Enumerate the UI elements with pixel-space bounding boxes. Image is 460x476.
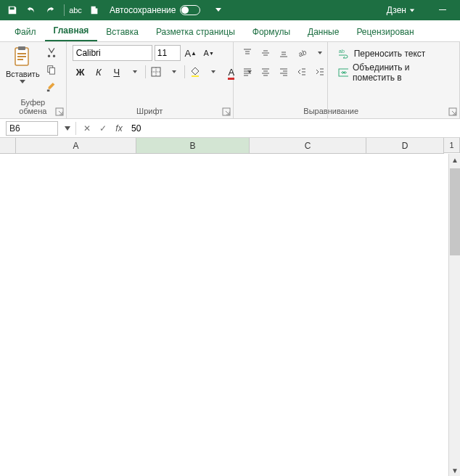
paste-label: Вставить [6,70,40,78]
group-clipboard-label: Буфер обмена [6,98,60,117]
svg-rect-13 [192,75,199,77]
group-font-label: Шрифт [73,107,227,117]
redo-button[interactable] [42,2,58,18]
svg-text:ab: ab [339,49,345,54]
tab-home[interactable]: Главная [45,21,98,41]
merge-icon [338,67,348,78]
align-top-button[interactable] [239,45,255,61]
clipboard-launcher[interactable] [55,107,64,116]
alignment-launcher[interactable] [448,107,457,116]
align-middle-button[interactable] [258,45,274,61]
cut-button[interactable] [44,45,59,60]
bold-button[interactable]: Ж [73,64,89,80]
scroll-up-button[interactable]: ▲ [449,154,460,165]
tab-pagelayout[interactable]: Разметка страницы [147,22,244,41]
tab-review[interactable]: Рецензирован [348,22,422,41]
autosave-switch-icon[interactable] [180,5,200,15]
svg-rect-2 [18,46,25,50]
svg-rect-7 [49,67,54,74]
user-menu[interactable]: Дзен [387,5,415,15]
vertical-scrollbar[interactable]: ▲ ▼ [448,154,460,476]
svg-rect-8 [47,90,50,92]
decrease-indent-button[interactable] [294,64,310,80]
formula-bar: B6 ✕ ✓ fx [0,119,460,138]
tab-formulas[interactable]: Формулы [244,22,299,41]
col-header-D[interactable]: D [366,138,444,154]
qat-dropdown[interactable] [210,2,226,18]
svg-rect-0 [439,9,446,10]
merge-center-button[interactable]: Объединить и поместить в [334,64,453,81]
ribbon-tabs: Файл Главная Вставка Разметка страницы Ф… [0,20,460,42]
align-left-button[interactable] [239,64,255,80]
scroll-down-button[interactable]: ▼ [449,464,460,476]
group-wrap-merge: ab Переносить текст Объединить и помести… [328,42,460,118]
font-size-select[interactable] [155,45,181,61]
cancel-formula-button[interactable]: ✕ [79,120,95,136]
wrap-text-label: Переносить текст [354,49,426,59]
paste-button[interactable]: Вставить [6,45,40,83]
tab-data[interactable]: Данные [299,22,348,41]
font-launcher[interactable] [222,107,231,116]
titlebar: abc Автосохранение Дзен [0,0,460,20]
tab-insert[interactable]: Вставка [97,22,147,41]
svg-rect-4 [17,56,26,57]
copy-button[interactable] [44,62,59,77]
undo-button[interactable] [23,2,39,18]
sheet-area: ABCD1ГородКоличествоименование2Ярославль… [0,138,460,476]
col-header-B[interactable]: B [136,138,250,154]
autosave-toggle[interactable]: Автосохранение [110,5,200,15]
ribbon: Вставить Буфер обмена A▲ A▼ Ж К Ч [0,42,460,119]
fill-color-dropdown[interactable] [205,64,221,80]
spellcheck-button[interactable]: abc [67,2,83,18]
borders-button[interactable] [148,64,164,80]
underline-dropdown[interactable] [127,64,143,80]
svg-rect-3 [17,53,26,54]
borders-dropdown[interactable] [166,64,182,80]
svg-rect-5 [17,59,23,60]
wrap-text-icon: ab [338,48,350,60]
name-box-dropdown[interactable] [62,126,73,131]
scroll-thumb[interactable] [450,168,460,255]
underline-button[interactable]: Ч [109,64,125,80]
col-header-C[interactable]: C [250,138,366,154]
orientation-dropdown[interactable] [312,45,328,61]
enter-formula-button[interactable]: ✓ [95,120,111,136]
font-name-select[interactable] [73,45,152,61]
group-clipboard: Вставить Буфер обмена [0,42,67,118]
autosave-label: Автосохранение [110,5,176,15]
save-button[interactable] [4,2,20,18]
group-font: A▲ A▼ Ж К Ч A Шрифт [67,42,234,118]
align-bottom-button[interactable] [276,45,292,61]
wrap-text-button[interactable]: ab Переносить текст [334,45,430,62]
orientation-button[interactable]: ab [294,45,310,61]
grow-font-button[interactable]: A▲ [183,45,199,61]
shrink-font-button[interactable]: A▼ [201,45,217,61]
increase-indent-button[interactable] [312,64,328,80]
formula-input[interactable] [127,121,460,136]
align-right-button[interactable] [276,64,292,80]
select-all-corner[interactable] [0,138,16,154]
user-label: Дзен [387,5,406,15]
tab-file[interactable]: Файл [6,22,45,41]
insert-function-button[interactable]: fx [111,120,127,136]
svg-text:ab: ab [297,48,306,58]
minimize-button[interactable] [430,0,456,20]
row-header-1[interactable]: 1 [444,138,460,153]
italic-button[interactable]: К [91,64,107,80]
fill-color-button[interactable] [187,64,203,80]
align-center-button[interactable] [258,64,274,80]
name-box-value: B6 [9,123,20,134]
group-alignment-buttons: ab Выравнивание [234,42,328,118]
col-header-A[interactable]: A [16,138,136,154]
format-painter-button[interactable] [44,80,59,94]
new-sheet-button[interactable] [86,2,102,18]
merge-label: Объединить и поместить в [353,62,449,83]
name-box[interactable]: B6 [6,121,58,136]
